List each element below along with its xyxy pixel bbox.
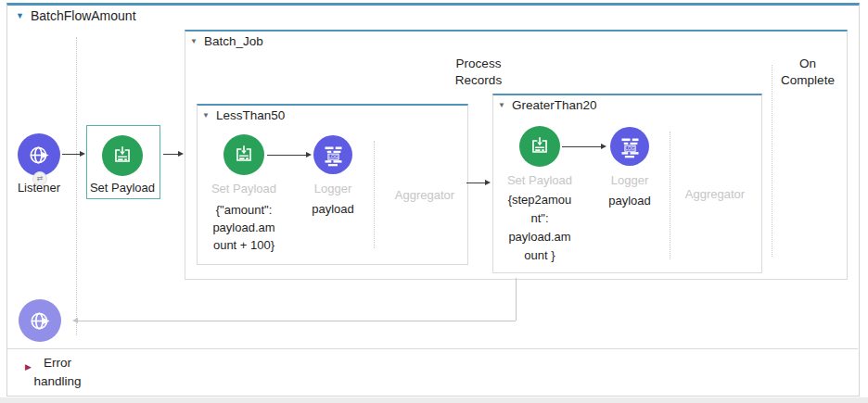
value-line: payload.am: [489, 228, 591, 246]
set-payload-value: {step2amou nt": payload.am ount }: [489, 191, 591, 265]
set-payload-component[interactable]: [223, 134, 264, 175]
value-line: nt":: [489, 209, 591, 228]
set-payload-component[interactable]: [102, 135, 143, 176]
globe-icon: [27, 143, 52, 168]
connector-arrow: [466, 183, 485, 183]
listener-label: Listener: [2, 181, 76, 195]
connector-arrow: [267, 155, 306, 156]
logger-icon-text: LOG: [625, 145, 635, 150]
logger-value: payload: [287, 202, 379, 217]
value-line: {step2amou: [489, 191, 591, 209]
return-connector-arrow: [78, 321, 516, 321]
connector-arrow: [163, 154, 178, 155]
source-divider-line: [76, 37, 77, 335]
globe-icon: [28, 309, 53, 334]
logger-label: Logger: [287, 182, 379, 196]
flow-title: BatchFlowAmount: [31, 8, 136, 23]
set-payload-icon: [528, 134, 552, 158]
flow-header[interactable]: ▼ BatchFlowAmount: [16, 8, 136, 23]
set-payload-icon: [232, 143, 256, 167]
mule-flow-canvas: ▼ BatchFlowAmount ⇄ Listener: [0, 0, 868, 403]
connector-arrow: [62, 154, 80, 155]
logger-icon: LOG: [618, 134, 643, 159]
greaterthan20-title: GreaterThan20: [512, 98, 597, 112]
error-handling-divider: [7, 348, 858, 349]
listener-component[interactable]: ⇄: [18, 133, 60, 176]
set-payload-component[interactable]: [519, 126, 560, 167]
logger-label: Logger: [583, 173, 676, 188]
error-handling-line1: Error: [17, 354, 98, 372]
collapse-icon[interactable]: ▼: [190, 38, 198, 45]
listener-response-component[interactable]: [19, 299, 61, 342]
value-line: {"amount":: [193, 201, 295, 219]
on-complete-label[interactable]: On Complete: [772, 56, 843, 88]
aggregator-placeholder[interactable]: Aggregator: [667, 187, 763, 202]
on-complete-line2: Complete: [772, 72, 843, 89]
error-handling-line2: handling: [17, 372, 98, 391]
process-records-label: Process Records: [430, 56, 527, 88]
return-connector-line: [516, 278, 517, 321]
process-records-line1: Process: [430, 56, 527, 72]
bottom-strip: [0, 397, 868, 403]
error-handling-label[interactable]: Error handling: [17, 354, 98, 390]
on-complete-divider-line: [772, 65, 772, 257]
greaterthan20-header[interactable]: ▼ GreaterThan20: [498, 98, 596, 112]
value-line: payload.am: [193, 219, 295, 236]
batch-job-title: Batch_Job: [204, 34, 263, 48]
logger-component[interactable]: LOG: [313, 135, 352, 174]
batch-job-header[interactable]: ▼ Batch_Job: [190, 34, 263, 48]
logger-component[interactable]: LOG: [610, 127, 649, 166]
set-payload-label: Set Payload: [493, 173, 586, 188]
value-line: ount + 100}: [193, 236, 295, 254]
logger-icon: LOG: [321, 143, 346, 168]
logger-value: payload: [583, 194, 676, 208]
collapse-icon[interactable]: ▼: [498, 102, 505, 109]
lessthan50-title: LessThan50: [216, 108, 285, 122]
aggregator-placeholder[interactable]: Aggregator: [377, 188, 473, 203]
logger-icon-text: LOG: [328, 154, 338, 158]
lessthan50-header[interactable]: ▼ LessThan50: [202, 108, 285, 122]
aggregator-divider-line: [374, 141, 375, 248]
set-payload-value: {"amount": payload.am ount + 100}: [193, 201, 295, 254]
connector-arrow: [562, 146, 601, 147]
on-complete-line1: On: [772, 56, 843, 72]
collapse-icon[interactable]: ▼: [202, 112, 210, 120]
set-payload-label: Set Payload: [85, 181, 160, 195]
set-payload-icon: [110, 144, 134, 168]
collapse-icon[interactable]: ▼: [16, 12, 24, 20]
value-line: ount }: [489, 246, 591, 265]
process-records-line2: Records: [430, 72, 527, 89]
set-payload-label: Set Payload: [198, 182, 290, 196]
